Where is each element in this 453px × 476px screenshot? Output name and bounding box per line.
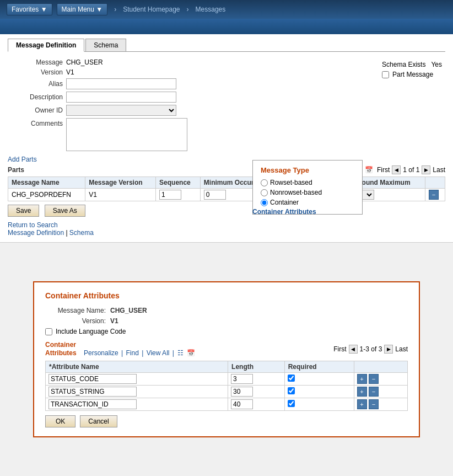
message-definition-bottom-link[interactable]: Message Definition bbox=[8, 229, 64, 237]
student-homepage-link[interactable]: Student Homepage bbox=[123, 6, 180, 13]
ca-prev-btn[interactable]: ◀ bbox=[349, 345, 358, 354]
ca-dialog: Container Attributes Message Name: CHG_U… bbox=[33, 281, 420, 437]
ca-table-row: + − bbox=[46, 373, 408, 386]
version-value: V1 bbox=[66, 68, 74, 76]
parts-title: Parts bbox=[8, 166, 24, 174]
messages-link[interactable]: Messages bbox=[196, 6, 226, 13]
bottom-links: Return to Search Message Definition | Sc… bbox=[8, 221, 445, 237]
ca-pagination-text: 1-3 of 3 bbox=[360, 345, 382, 353]
ca-pagination: First ◀ 1-3 of 3 ▶ Last bbox=[333, 345, 408, 354]
owner-id-label: Owner ID bbox=[8, 106, 63, 114]
col-message-name: Message Name bbox=[8, 177, 85, 189]
ca-controls: ContainerAttributes Personalize | Find |… bbox=[45, 341, 408, 357]
ca-attr-name-input[interactable] bbox=[48, 374, 137, 384]
nav-bar: Favorites ▼ Main Menu ▼ › Student Homepa… bbox=[0, 0, 453, 19]
action-buttons: Save Save As bbox=[8, 205, 445, 217]
parts-header: Parts Personalize | Find | View All | ☷ … bbox=[8, 165, 445, 174]
ca-col-length: Length bbox=[228, 361, 285, 373]
message-label: Message bbox=[8, 58, 63, 66]
tab-schema[interactable]: Schema bbox=[85, 39, 126, 51]
ca-col-attr-name: *Attribute Name bbox=[46, 361, 228, 373]
ca-add-row-btn[interactable]: + bbox=[357, 387, 367, 397]
add-parts-link[interactable]: Add Parts bbox=[8, 156, 445, 163]
row-min-occurs-input[interactable] bbox=[204, 190, 226, 200]
description-label: Description bbox=[8, 93, 63, 101]
last-label: Last bbox=[433, 166, 445, 174]
first-label: First bbox=[377, 166, 390, 174]
include-language-checkbox[interactable] bbox=[45, 328, 52, 335]
next-btn[interactable]: ▶ bbox=[422, 165, 430, 174]
ca-table: *Attribute Name Length Required + − + bbox=[45, 361, 408, 411]
ca-remove-row-btn[interactable]: − bbox=[369, 399, 379, 409]
rowset-based-radio[interactable] bbox=[261, 179, 268, 186]
ca-remove-row-btn[interactable]: − bbox=[369, 387, 379, 397]
ca-next-btn[interactable]: ▶ bbox=[384, 345, 393, 354]
comments-textarea[interactable] bbox=[66, 118, 187, 151]
nav-sep1: › bbox=[114, 6, 116, 13]
part-message-checkbox[interactable] bbox=[382, 71, 389, 78]
ca-first-label: First bbox=[333, 345, 346, 353]
parts-section: Add Parts Parts Personalize | Find | Vie… bbox=[8, 156, 445, 237]
ca-footer: OK Cancel bbox=[45, 415, 408, 427]
ca-view-all-link[interactable]: View All bbox=[147, 349, 170, 357]
ca-length-input[interactable] bbox=[231, 387, 253, 397]
pagination-text: 1 of 1 bbox=[403, 166, 419, 174]
nonrowset-based-row: Nonrowset-based bbox=[261, 189, 354, 196]
ca-required-checkbox[interactable] bbox=[288, 400, 295, 407]
rowset-based-label: Rowset-based bbox=[270, 179, 312, 186]
main-menu[interactable]: Main Menu ▼ bbox=[57, 3, 108, 15]
message-row: Message CHG_USER bbox=[8, 58, 445, 66]
ca-add-row-btn[interactable]: + bbox=[357, 374, 367, 384]
version-row: Version V1 bbox=[8, 68, 445, 76]
owner-id-select[interactable] bbox=[66, 105, 176, 116]
ca-personalize-link[interactable]: Personalize bbox=[84, 349, 118, 357]
ca-attr-name-input[interactable] bbox=[48, 387, 137, 397]
container-radio[interactable] bbox=[261, 199, 268, 206]
nonrowset-based-radio[interactable] bbox=[261, 189, 268, 196]
ca-col-required: Required bbox=[284, 361, 354, 373]
ca-remove-row-btn[interactable]: − bbox=[369, 374, 379, 384]
tab-message-definition[interactable]: Message Definition bbox=[8, 39, 84, 52]
ca-include-language-row: Include Language Code bbox=[45, 328, 408, 335]
owner-id-row: Owner ID bbox=[8, 105, 445, 116]
save-as-button[interactable]: Save As bbox=[45, 205, 85, 217]
alias-row: Alias bbox=[8, 78, 445, 89]
save-button[interactable]: Save bbox=[8, 205, 39, 217]
ca-grid-icon[interactable]: ☷ bbox=[176, 349, 185, 357]
col-message-version: Message Version bbox=[85, 177, 156, 189]
favorites-menu[interactable]: Favorites ▼ bbox=[7, 3, 52, 15]
ca-add-row-btn[interactable]: + bbox=[357, 399, 367, 409]
calendar-icon[interactable]: 📅 bbox=[365, 165, 374, 174]
description-row: Description bbox=[8, 92, 445, 103]
parts-table: Message Name Message Version Sequence Mi… bbox=[8, 177, 445, 201]
row-sequence-input[interactable] bbox=[159, 190, 181, 200]
ca-required-checkbox[interactable] bbox=[288, 375, 295, 382]
cancel-button[interactable]: Cancel bbox=[80, 415, 117, 427]
container-row: Container bbox=[261, 199, 354, 206]
part-message-label: Part Message bbox=[392, 71, 433, 78]
version-label: Version bbox=[8, 68, 63, 76]
return-to-search-link[interactable]: Return to Search bbox=[8, 221, 58, 229]
ca-dialog-title: Container Attributes bbox=[45, 291, 408, 300]
ok-button[interactable]: OK bbox=[45, 415, 76, 427]
ca-calendar-icon[interactable]: 📅 bbox=[187, 349, 196, 357]
ca-length-input[interactable] bbox=[231, 374, 253, 384]
row-message-name: CHG_PSOPRDEFN bbox=[8, 189, 85, 201]
description-input[interactable] bbox=[66, 92, 176, 103]
container-attributes-link[interactable]: Container Attributes bbox=[252, 208, 316, 216]
ca-length-input[interactable] bbox=[231, 399, 253, 409]
comments-row: Comments bbox=[8, 118, 445, 151]
alias-input[interactable] bbox=[66, 78, 176, 89]
ca-find-link[interactable]: Find bbox=[126, 349, 139, 357]
row-remove-btn[interactable]: − bbox=[429, 190, 439, 200]
col-sequence: Sequence bbox=[156, 177, 201, 189]
schema-bottom-link[interactable]: Schema bbox=[69, 229, 94, 237]
ca-controls-left: ContainerAttributes Personalize | Find |… bbox=[45, 341, 196, 357]
accent-bar bbox=[0, 19, 453, 34]
schema-exists-area: Schema Exists Yes Part Message bbox=[382, 61, 442, 81]
ca-attr-name-input[interactable] bbox=[48, 399, 137, 409]
ca-required-checkbox[interactable] bbox=[288, 387, 295, 394]
prev-btn[interactable]: ◀ bbox=[392, 165, 401, 174]
ca-version-value: V1 bbox=[110, 317, 118, 325]
ca-message-name-label: Message Name: bbox=[45, 307, 106, 314]
